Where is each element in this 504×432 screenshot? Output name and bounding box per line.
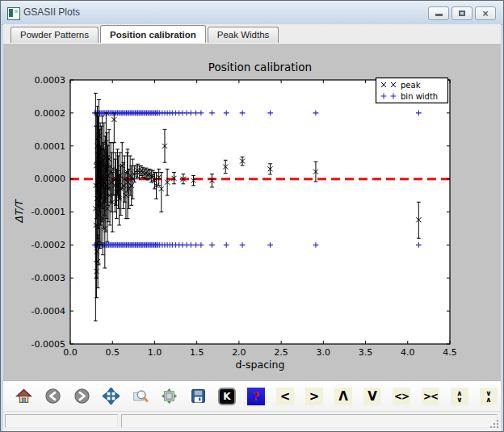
maximize-icon xyxy=(459,10,465,16)
svg-text:-0.0001: -0.0001 xyxy=(32,207,65,217)
zoom-to-rect-button[interactable] xyxy=(131,388,149,405)
forward-button[interactable] xyxy=(73,388,90,405)
maximize-button[interactable] xyxy=(452,6,472,20)
svg-text:bin width: bin width xyxy=(401,92,438,101)
plot-canvas[interactable]: Position calibration0.00.51.01.52.02.53.… xyxy=(3,43,501,380)
gsasii-plots-window: GSASII Plots × Powder PatternsPosition c… xyxy=(0,0,504,432)
svg-text:2.0: 2.0 xyxy=(232,347,246,358)
compress-y-button[interactable]: ∨ ∧ xyxy=(480,388,498,405)
home-icon xyxy=(15,388,32,405)
window-title: GSASII Plots xyxy=(23,1,80,24)
svg-text:-0.0004: -0.0004 xyxy=(32,306,65,317)
key-press-button[interactable]: K xyxy=(218,388,236,405)
plot-toolbar: K ? < > Λ V <> >< ∧ ∨ ∨ ∧ xyxy=(3,380,501,411)
tab-strip: Powder PatternsPosition calibrationPeak … xyxy=(3,24,501,43)
resize-grip[interactable] xyxy=(489,418,498,428)
tab-peak-widths[interactable]: Peak Widths xyxy=(208,27,279,43)
svg-text:peak: peak xyxy=(401,81,421,90)
x-tick-labels: 0.00.51.01.52.02.53.03.54.04.5 xyxy=(63,347,457,358)
svg-text:4.5: 4.5 xyxy=(443,347,457,358)
x-axis-label: d-spacing xyxy=(236,359,285,371)
svg-text:2.5: 2.5 xyxy=(274,347,288,358)
tab-powder-patterns[interactable]: Powder Patterns xyxy=(10,27,99,43)
svg-text:0.0001: 0.0001 xyxy=(35,141,66,152)
expand-x-button[interactable]: <> xyxy=(393,388,410,405)
title-bar[interactable]: GSASII Plots × xyxy=(1,1,503,25)
svg-text:1.5: 1.5 xyxy=(190,347,204,358)
close-button[interactable]: × xyxy=(475,6,496,20)
status-field-2 xyxy=(121,414,498,428)
minimize-button[interactable] xyxy=(428,6,449,20)
svg-text:-0.0005: -0.0005 xyxy=(32,339,65,350)
tab-position-calibration[interactable]: Position calibration xyxy=(100,25,206,43)
plot-title: Position calibration xyxy=(208,61,312,73)
forward-icon xyxy=(74,388,90,405)
svg-text:-0.0003: -0.0003 xyxy=(32,273,65,283)
minimize-icon xyxy=(435,14,443,16)
legend: peakbin width xyxy=(376,78,448,103)
plot-area[interactable] xyxy=(70,80,450,344)
save-icon xyxy=(190,388,207,405)
shift-down-button[interactable]: V xyxy=(363,388,381,405)
shift-up-button[interactable]: Λ xyxy=(334,388,352,405)
help-button[interactable]: ? xyxy=(247,388,265,405)
svg-text:4.0: 4.0 xyxy=(401,347,415,358)
svg-text:3.5: 3.5 xyxy=(359,347,373,358)
pan-button[interactable] xyxy=(102,388,120,405)
configure-subplots-button[interactable] xyxy=(160,388,178,405)
save-button[interactable] xyxy=(189,388,207,405)
home-button[interactable] xyxy=(15,388,32,405)
y-axis-label: ΔT/T xyxy=(13,199,25,223)
zoom-to-rect-icon xyxy=(132,388,149,405)
svg-text:1.0: 1.0 xyxy=(148,347,162,358)
svg-text:0.0000: 0.0000 xyxy=(35,174,66,184)
y-tick-labels: 0.00030.00020.00010.0000-0.0001-0.0002-0… xyxy=(32,75,65,350)
back-icon xyxy=(44,388,61,405)
svg-text:-0.0002: -0.0002 xyxy=(32,240,65,250)
svg-text:0.0002: 0.0002 xyxy=(35,108,66,119)
status-field-1 xyxy=(5,414,118,428)
shift-right-button[interactable]: > xyxy=(305,388,323,405)
plot-svg: Position calibration0.00.51.01.52.02.53.… xyxy=(3,44,501,380)
pan-icon xyxy=(103,388,120,405)
client-area: Powder PatternsPosition calibrationPeak … xyxy=(3,24,501,428)
configure-subplots-icon xyxy=(161,388,178,405)
svg-text:0.5: 0.5 xyxy=(105,347,120,358)
svg-text:0.0003: 0.0003 xyxy=(35,75,66,86)
expand-y-button[interactable]: ∧ ∨ xyxy=(451,388,468,405)
close-icon: × xyxy=(482,7,489,19)
app-icon xyxy=(7,7,20,20)
status-bar xyxy=(3,411,501,431)
shift-left-button[interactable]: < xyxy=(276,388,294,405)
back-button[interactable] xyxy=(44,388,61,405)
compress-x-button[interactable]: >< xyxy=(422,388,439,405)
svg-text:3.0: 3.0 xyxy=(317,347,331,358)
